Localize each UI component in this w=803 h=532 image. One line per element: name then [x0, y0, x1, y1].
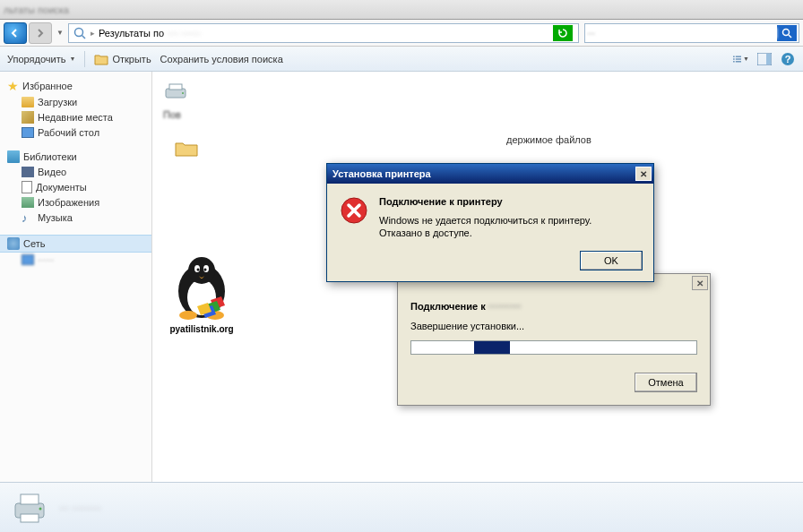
sidebar-item-label: Рабочий стол	[38, 127, 99, 138]
error-heading: Подключение к принтеру	[379, 196, 591, 207]
image-icon	[22, 197, 34, 208]
folder-large-icon	[174, 138, 199, 158]
preview-pane-icon	[757, 53, 772, 65]
sidebar-item-desktop[interactable]: Рабочий стол	[0, 125, 151, 140]
details-pane: ··· ·········	[0, 482, 803, 532]
window-title-partial: льтаты поиска	[4, 4, 69, 15]
refresh-icon	[557, 28, 568, 39]
error-icon	[340, 196, 368, 225]
chevron-down-icon: ▼	[743, 56, 749, 62]
organize-menu[interactable]: Упорядочить ▼	[7, 54, 75, 64]
svg-rect-4	[733, 56, 735, 56]
search-location-icon	[73, 26, 87, 40]
error-line1: Windows не удается подключиться к принте…	[379, 214, 591, 227]
folder-hint-text: держимое файлов	[506, 134, 591, 145]
sidebar-item-documents[interactable]: Документы	[0, 179, 151, 195]
svg-point-19	[188, 257, 215, 284]
document-icon	[22, 181, 32, 193]
sidebar-item-music[interactable]: ♪ Музыка	[0, 210, 151, 226]
star-icon: ★	[7, 79, 19, 93]
ok-button[interactable]: OK	[580, 251, 643, 270]
recent-places-icon	[22, 111, 34, 124]
result-row-1[interactable]	[160, 79, 796, 106]
favorites-group[interactable]: ★ Избранное	[0, 77, 151, 95]
content-area: Пов держимое файлов	[152, 72, 803, 482]
music-icon: ♪	[22, 211, 34, 224]
svg-point-24	[179, 311, 197, 320]
progress-heading: Подключение к ············	[410, 301, 697, 312]
open-button[interactable]: Открыть	[94, 53, 151, 65]
close-button[interactable]: ✕	[635, 167, 652, 181]
breadcrumb-label: Результаты по	[99, 28, 164, 39]
nav-bar: ▼ ▸ Результаты по ···· ·······	[0, 20, 803, 47]
svg-text:?: ?	[785, 54, 791, 64]
printer-large-icon	[11, 489, 48, 527]
breadcrumb-chevron-icon: ▸	[91, 29, 95, 38]
svg-point-0	[75, 28, 83, 36]
progress-bar	[410, 340, 697, 355]
open-folder-icon	[94, 53, 108, 65]
view-options-button[interactable]: ▼	[733, 51, 749, 67]
sidebar-item-label: Недавние места	[38, 112, 113, 123]
sidebar-item-network[interactable]: Сеть	[0, 235, 151, 253]
svg-point-22	[197, 269, 200, 271]
network-icon	[7, 237, 20, 250]
view-list-icon	[733, 54, 741, 64]
sidebar-item-label: Документы	[36, 182, 87, 193]
svg-line-1	[82, 35, 86, 39]
search-button[interactable]	[777, 25, 797, 41]
error-dialog-titlebar[interactable]: Установка принтера ✕	[327, 164, 653, 184]
command-bar: Упорядочить ▼ Открыть Сохранить условия …	[0, 47, 803, 72]
sidebar-item-label: Музыка	[38, 212, 73, 223]
libraries-label: Библиотеки	[23, 151, 77, 162]
svg-rect-9	[736, 61, 741, 62]
libraries-group[interactable]: Библиотеки	[0, 149, 151, 165]
close-button[interactable]: ✕	[692, 276, 708, 290]
navigation-pane: ★ Избранное Загрузки Недавние места Рабо…	[0, 72, 152, 482]
sidebar-item-label: Видео	[38, 167, 66, 177]
save-search-button[interactable]: Сохранить условия поиска	[160, 54, 283, 64]
favorites-label: Избранное	[22, 81, 73, 91]
sidebar-item-label: Изображения	[38, 197, 99, 208]
sidebar-item-network-host[interactable]: ······	[0, 253, 151, 267]
svg-rect-8	[733, 61, 735, 62]
back-button[interactable]	[4, 22, 27, 44]
row-partial-label: Пов	[163, 109, 181, 120]
svg-rect-6	[733, 58, 735, 59]
help-button[interactable]: ?	[780, 51, 796, 67]
search-input[interactable]	[587, 28, 777, 39]
desktop-icon	[22, 127, 34, 138]
refresh-button[interactable]	[553, 25, 573, 41]
result-row-3[interactable]	[170, 134, 203, 161]
forward-button[interactable]	[29, 22, 52, 44]
svg-point-2	[783, 29, 790, 35]
error-dialog-title: Установка принтера	[332, 168, 431, 179]
error-dialog: Установка принтера ✕ Подключение к принт…	[326, 163, 654, 282]
svg-point-32	[39, 507, 42, 510]
network-label: Сеть	[23, 238, 45, 249]
nav-history-dropdown[interactable]: ▼	[54, 22, 66, 44]
sidebar-item-downloads[interactable]: Загрузки	[0, 95, 151, 109]
cancel-button[interactable]: Отмена	[635, 373, 697, 392]
svg-rect-5	[736, 56, 741, 56]
svg-rect-11	[766, 54, 771, 64]
result-row-2[interactable]: Пов	[160, 106, 796, 124]
details-text: ··· ·········	[59, 501, 101, 514]
search-bar	[584, 23, 799, 43]
svg-rect-7	[736, 58, 741, 59]
svg-rect-30	[21, 494, 39, 504]
sidebar-item-recent[interactable]: Недавние места	[0, 109, 151, 125]
svg-point-16	[182, 92, 184, 94]
address-bar[interactable]: ▸ Результаты по ···· ·······	[68, 23, 579, 43]
folder-icon	[22, 97, 34, 107]
preview-pane-button[interactable]	[756, 51, 773, 67]
watermark-text: pyatilistnik.org	[152, 324, 251, 334]
penguin-icon	[161, 251, 242, 322]
sidebar-item-videos[interactable]: Видео	[0, 165, 151, 179]
watermark-logo: pyatilistnik.org	[152, 251, 251, 334]
search-icon	[781, 28, 792, 39]
save-search-label: Сохранить условия поиска	[160, 54, 283, 64]
chevron-down-icon: ▼	[69, 56, 75, 62]
sidebar-item-pictures[interactable]: Изображения	[0, 195, 151, 210]
toolbar-separator	[84, 51, 85, 67]
